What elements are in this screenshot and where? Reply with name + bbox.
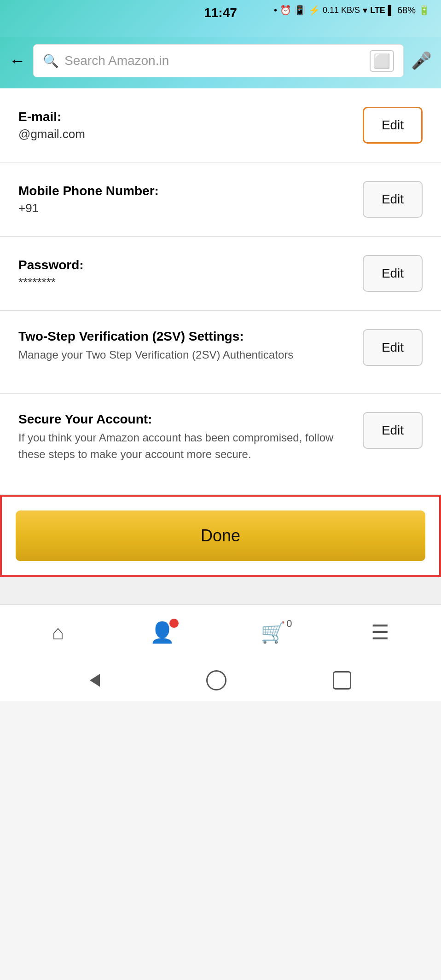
main-content: E-mail: @gmail.com Edit Mobile Phone Num… xyxy=(0,88,441,701)
lte-icon: LTE xyxy=(370,6,385,15)
phone-edit-button[interactable]: Edit xyxy=(363,181,423,218)
nav-item-account[interactable]: 👤 xyxy=(150,620,175,644)
setting-row-2sv: Two-Step Verification (2SV) Settings: Ma… xyxy=(0,311,441,394)
spacer xyxy=(0,577,441,604)
2sv-desc: Manage your Two Step Verification (2SV) … xyxy=(18,347,354,363)
2sv-label: Two-Step Verification (2SV) Settings: xyxy=(18,329,354,344)
status-time: 11:47 xyxy=(204,6,237,20)
done-button-wrapper: Done xyxy=(0,495,441,577)
system-nav xyxy=(0,660,441,701)
home-icon: ⌂ xyxy=(52,621,64,644)
setting-info-secure: Secure Your Account: If you think your A… xyxy=(18,412,363,463)
password-edit-button[interactable]: Edit xyxy=(363,255,423,292)
email-value: @gmail.com xyxy=(18,127,354,141)
alarm-icon: ⏰ xyxy=(280,5,291,16)
bottom-nav: ⌂ 👤 🛒 0 ☰ xyxy=(0,604,441,660)
search-box[interactable]: 🔍 Search Amazon.in ⬜ xyxy=(33,44,404,77)
password-value: ******** xyxy=(18,275,354,290)
signal-icon: ▌ xyxy=(388,5,395,16)
camera-icon[interactable]: ⬜ xyxy=(370,50,394,72)
setting-row-secure: Secure Your Account: If you think your A… xyxy=(0,394,441,495)
status-bar: 11:47 • ⏰ 📳 ⚡ 0.11 KB/S ▾ LTE ▌ 68% 🔋 xyxy=(0,0,441,37)
secure-label: Secure Your Account: xyxy=(18,412,354,427)
email-edit-button[interactable]: Edit xyxy=(363,107,423,144)
secure-desc: If you think your Amazon account has bee… xyxy=(18,429,354,463)
setting-info-2sv: Two-Step Verification (2SV) Settings: Ma… xyxy=(18,329,363,363)
phone-value: +91 xyxy=(18,201,354,215)
settings-section: E-mail: @gmail.com Edit Mobile Phone Num… xyxy=(0,88,441,495)
2sv-edit-button[interactable]: Edit xyxy=(363,329,423,366)
email-label: E-mail: xyxy=(18,110,354,124)
status-icons: • ⏰ 📳 ⚡ 0.11 KB/S ▾ LTE ▌ 68% 🔋 xyxy=(274,5,430,16)
secure-edit-button[interactable]: Edit xyxy=(363,412,423,449)
cart-count: 0 xyxy=(286,618,292,630)
setting-info-email: E-mail: @gmail.com xyxy=(18,110,363,141)
setting-info-password: Password: ******** xyxy=(18,258,363,290)
search-icon: 🔍 xyxy=(43,53,59,69)
battery-pct: 68% xyxy=(397,5,416,16)
nav-item-menu[interactable]: ☰ xyxy=(371,620,389,644)
menu-icon: ☰ xyxy=(371,620,389,644)
password-label: Password: xyxy=(18,258,354,273)
mic-icon[interactable]: 🎤 xyxy=(411,51,432,70)
system-recent-button[interactable] xyxy=(333,671,351,690)
vibrate-icon: 📳 xyxy=(294,5,306,16)
nav-item-cart[interactable]: 🛒 0 xyxy=(261,620,286,644)
setting-row-password: Password: ******** Edit xyxy=(0,237,441,311)
system-home-button[interactable] xyxy=(206,670,226,690)
setting-row-email: E-mail: @gmail.com Edit xyxy=(0,88,441,162)
dot-indicator: • xyxy=(274,5,277,16)
nav-item-home[interactable]: ⌂ xyxy=(52,621,64,644)
setting-row-phone: Mobile Phone Number: +91 Edit xyxy=(0,162,441,237)
bluetooth-icon: ⚡ xyxy=(308,5,320,16)
wifi-icon: ▾ xyxy=(363,5,367,16)
back-button[interactable]: ← xyxy=(9,51,26,70)
search-input[interactable]: Search Amazon.in xyxy=(64,53,364,68)
setting-info-phone: Mobile Phone Number: +91 xyxy=(18,184,363,215)
cart-icon: 🛒 xyxy=(261,620,286,644)
system-back-button[interactable] xyxy=(90,674,100,687)
done-button[interactable]: Done xyxy=(16,510,425,561)
network-speed: 0.11 KB/S xyxy=(323,6,360,15)
battery-icon: 🔋 xyxy=(418,5,430,16)
account-badge xyxy=(169,619,179,628)
phone-label: Mobile Phone Number: xyxy=(18,184,354,198)
search-bar-area: ← 🔍 Search Amazon.in ⬜ 🎤 xyxy=(0,37,441,88)
